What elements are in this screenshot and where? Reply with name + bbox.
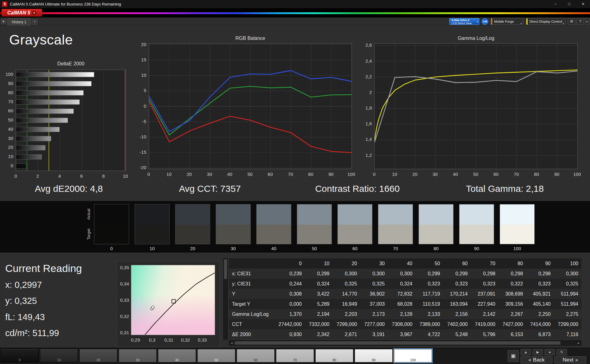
pattern-button-90[interactable]: 90 <box>355 349 393 362</box>
source-selector-button[interactable]: Mobile Forge ▾ <box>491 18 523 25</box>
table-column-header: 80 <box>498 258 526 269</box>
swatch-target <box>175 225 210 244</box>
back-button[interactable]: « Back <box>521 356 553 363</box>
axis-tick-label: 4 <box>53 173 66 179</box>
pattern-button-40[interactable]: 40 <box>158 349 196 362</box>
collapse-icon[interactable]: ▶ <box>1 19 6 24</box>
table-row: ΔE 20000,9302,3422,6713,1913,9674,7225,2… <box>229 329 581 339</box>
pattern-button-30[interactable]: 30 <box>119 349 157 362</box>
meter-selector-button[interactable]: X-Rite i1Pro 2 LCD Direct View ▾ <box>449 18 479 25</box>
scrollbar-thumb[interactable] <box>224 259 227 279</box>
scroll-right-icon[interactable]: ▸ <box>576 341 581 345</box>
pattern-button-50[interactable]: 50 <box>197 349 235 362</box>
axis-tick-label: 30 <box>429 172 441 177</box>
table-cell: 6,153 <box>498 329 526 339</box>
table-cell: 7299,000 <box>332 319 360 329</box>
display-control-button[interactable]: Direct Display Control ▾ <box>526 18 565 25</box>
measurement-table: 0102030405060708090100x: CIE310,2390,299… <box>229 258 581 339</box>
table-cell: 0,300 <box>554 269 581 279</box>
pattern-button-80[interactable]: 80 <box>315 349 353 362</box>
table-row: Y0,3083,42214,77036,90272,832117,719170,… <box>229 289 581 299</box>
table-cell: 2,142 <box>471 309 498 319</box>
grayscale-swatch <box>459 204 494 244</box>
source-label: Mobile Forge <box>494 20 514 23</box>
table-cell: 0,000 <box>277 299 305 309</box>
table-cell: 237,091 <box>471 289 498 299</box>
axis-tick-label: 20 <box>409 172 421 177</box>
axis-tick-label: 40 <box>449 172 462 177</box>
tab-history-1[interactable]: History 1 <box>7 18 31 25</box>
gear-icon[interactable]: ⚙ <box>568 18 575 25</box>
display-toggle-icon[interactable]: ▣ <box>508 350 519 362</box>
capture-icon[interactable]: ▲ <box>521 349 531 355</box>
add-tab-button[interactable]: + <box>32 19 37 25</box>
titlebar: 5 CalMAN 5 CalMAN Ultimate for Business … <box>0 0 590 8</box>
pattern-button-70[interactable]: 70 <box>276 349 314 362</box>
gamma-chart <box>374 43 578 169</box>
meter-status-badge: 148 <box>482 18 488 25</box>
pattern-button-label: 70 <box>276 358 314 362</box>
scroll-left-icon[interactable]: ◂ <box>229 341 234 345</box>
panel-toggle-icon[interactable]: ▸ <box>585 18 589 25</box>
table-cell: 3,191 <box>360 329 388 339</box>
grayscale-swatch <box>378 204 413 244</box>
swatch-actual <box>297 204 332 225</box>
actual-row-label: Actual <box>86 205 92 223</box>
table-cell: 0,299 <box>305 269 332 279</box>
swatch-actual <box>257 204 291 225</box>
axis-tick-label: -5 <box>133 119 146 124</box>
table-cell: 14,770 <box>332 289 360 299</box>
pattern-button-60[interactable]: 60 <box>237 349 275 362</box>
table-cell: 0,298 <box>471 269 498 279</box>
table-cell: 2,194 <box>305 309 332 319</box>
axis-tick-label: 50 <box>244 172 256 177</box>
calman-logo[interactable]: CalMAN 5 ▾ <box>2 9 42 17</box>
table-cell: 16,949 <box>332 299 360 309</box>
total-gamma-stat: Total Gamma: 2,18 <box>466 184 544 194</box>
help-icon[interactable]: ? <box>576 18 584 25</box>
swatch-target <box>500 225 534 244</box>
table-row-label: ΔE 2000 <box>229 329 277 339</box>
play-icon[interactable]: ▶ <box>533 349 543 355</box>
table-cell: 2,267 <box>498 309 526 319</box>
pattern-button-20[interactable]: 20 <box>79 349 117 362</box>
axis-tick-label: 10 <box>119 173 132 179</box>
table-cell: 2,275 <box>554 309 581 319</box>
axis-tick-label: 90 <box>325 172 337 177</box>
table-cell: 0,298 <box>498 269 526 279</box>
pattern-button-10[interactable]: 10 <box>40 349 78 362</box>
swatch-target <box>94 225 129 244</box>
logo-text: CalMAN 5 <box>7 10 30 16</box>
contrast-ratio-stat: Contrast Ratio: 1660 <box>315 184 399 194</box>
pattern-button-0[interactable]: 0 <box>1 349 39 362</box>
swatch-target <box>257 225 291 244</box>
axis-tick-label: 10 <box>0 154 13 159</box>
swatch-actual <box>500 204 534 225</box>
logo-dropdown-icon[interactable]: ▾ <box>32 11 36 15</box>
pattern-button-label: 80 <box>316 358 353 362</box>
swatch-actual <box>338 204 372 225</box>
axis-tick-label: 50 <box>470 172 482 177</box>
axis-tick-label: 90 <box>0 81 13 86</box>
swatch-target <box>297 225 332 244</box>
record-icon[interactable]: ● <box>545 349 555 355</box>
pattern-button-label: 0 <box>1 358 38 362</box>
table-vertical-scrollbar[interactable] <box>223 258 228 339</box>
minimize-button[interactable]: – <box>549 0 562 8</box>
table-cell: 7389,000 <box>415 319 443 329</box>
pattern-button-label: 20 <box>80 358 117 362</box>
scrollbar-thumb[interactable] <box>235 341 560 345</box>
pattern-button-100[interactable]: 100 <box>394 349 432 362</box>
page-title: Grayscale <box>9 32 73 48</box>
pattern-toolbar: 0102030405060708090100 <box>0 348 590 364</box>
swatch-target <box>419 225 453 244</box>
next-button[interactable]: Next » <box>554 356 586 363</box>
pattern-button-label: 60 <box>237 358 274 362</box>
close-button[interactable]: ✕ <box>576 0 590 8</box>
axis-tick-label: 15 <box>133 57 146 63</box>
maximize-button[interactable]: □ <box>562 0 576 8</box>
swatch-level-label: 0 <box>94 246 129 251</box>
next-chevron-icon: » <box>575 357 578 363</box>
refresh-icon[interactable]: ↻ <box>557 349 567 355</box>
table-horizontal-scrollbar[interactable]: ◂ ▸ <box>229 340 581 346</box>
